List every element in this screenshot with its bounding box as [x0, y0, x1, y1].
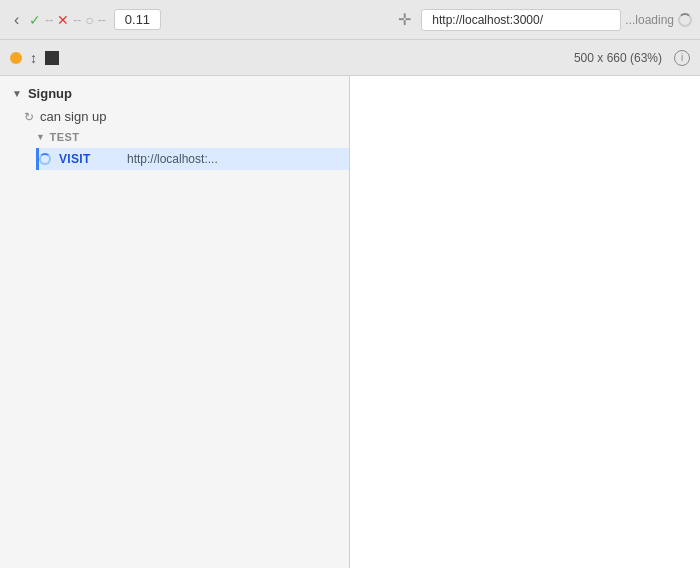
preview-panel — [350, 76, 700, 568]
back-button[interactable]: ‹ — [8, 7, 25, 33]
version-display: 0.11 — [114, 9, 161, 30]
group-caret-icon: ▼ — [12, 88, 22, 99]
pending-icon: ○ — [85, 12, 93, 28]
test-group-signup: ▼ Signup ↻ can sign up ▼ TEST VISIT http… — [0, 76, 349, 176]
secondary-toolbar: ↕ 500 x 660 (63%) i — [0, 40, 700, 76]
loading-indicator: ...loading — [625, 13, 692, 27]
command-row-visit[interactable]: VISIT http://localhost:... — [36, 148, 349, 170]
info-icon[interactable]: i — [674, 50, 690, 66]
fail-dash: -- — [73, 13, 81, 27]
test-item-label: can sign up — [40, 109, 107, 124]
crosshair-button[interactable]: ✛ — [392, 6, 417, 33]
command-name: VISIT — [59, 152, 119, 166]
pass-check-icon: ✓ — [29, 12, 41, 28]
group-header-signup[interactable]: ▼ Signup — [0, 82, 349, 105]
fail-x-icon: ✕ — [57, 12, 69, 28]
sync-icon: ↻ — [24, 110, 34, 124]
url-input[interactable] — [421, 9, 621, 31]
loading-spinner — [678, 13, 692, 27]
sub-group-test: ▼ TEST VISIT http://localhost:... — [0, 128, 349, 170]
left-panel: ▼ Signup ↻ can sign up ▼ TEST VISIT http… — [0, 76, 350, 568]
stop-button[interactable] — [45, 51, 59, 65]
main-toolbar: ‹ ✓ -- ✕ -- ○ -- 0.11 ✛ ...loading — [0, 0, 700, 40]
test-item-can-sign-up[interactable]: ↻ can sign up — [0, 105, 349, 128]
sub-caret-icon: ▼ — [36, 132, 45, 142]
main-area: ▼ Signup ↻ can sign up ▼ TEST VISIT http… — [0, 76, 700, 568]
viewport-size: 500 x 660 (63%) — [574, 51, 662, 65]
viewport-arrow-icon: ↕ — [30, 50, 37, 66]
group-title: Signup — [28, 86, 72, 101]
sub-group-header[interactable]: ▼ TEST — [36, 128, 349, 146]
command-url: http://localhost:... — [127, 152, 218, 166]
pass-dash: -- — [45, 13, 53, 27]
sub-group-label: TEST — [49, 131, 79, 143]
pending-dash: -- — [98, 13, 106, 27]
command-spinner — [39, 153, 51, 165]
loading-label: ...loading — [625, 13, 674, 27]
status-dot — [10, 52, 22, 64]
